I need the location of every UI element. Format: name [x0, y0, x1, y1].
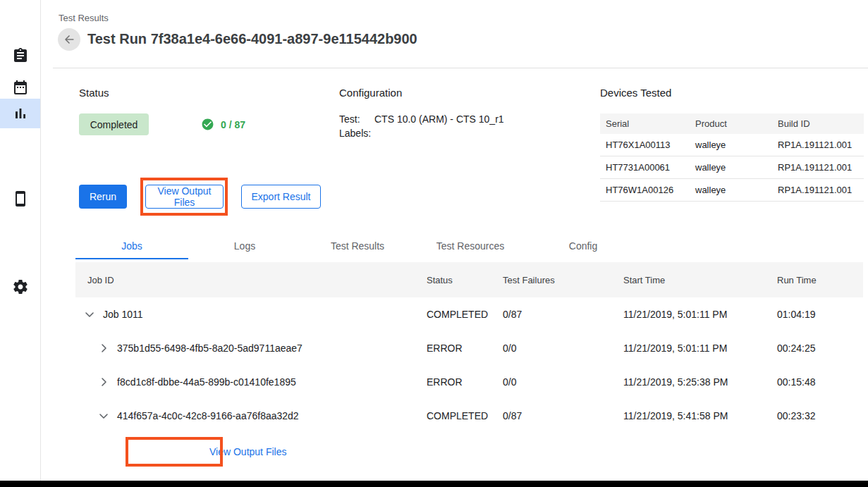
devices-table: Serial Product Build ID HT76X1A00113 wal…: [600, 113, 864, 202]
attempt-id: 375b1d55-6498-4fb5-8a20-5ad9711aeae7: [117, 343, 302, 354]
sidebar-item-settings[interactable]: [0, 272, 40, 302]
device-serial: HT7731A00061: [600, 162, 690, 173]
device-serial: HT76W1A00126: [600, 185, 690, 195]
header-divider: [53, 68, 868, 68]
attempt-start-time: 11/21/2019, 5:41:58 PM: [623, 410, 728, 421]
active-tab-indicator: [75, 258, 188, 259]
device-row: HT7731A00061 walleye RP1A.191121.001: [600, 156, 864, 179]
chevron-down-icon[interactable]: [95, 407, 112, 424]
config-labels-row: Labels:: [339, 128, 504, 139]
job-attempt-row: 375b1d55-6498-4fb5-8a20-5ad9711aeae7 ERR…: [75, 331, 863, 365]
device-product: walleye: [690, 162, 772, 173]
breadcrumb: Test Results: [59, 13, 109, 23]
chevron-right-icon[interactable]: [95, 340, 112, 357]
jobs-col-start-time: Start Time: [623, 275, 665, 285]
attempt-start-time: 11/21/2019, 5:01:11 PM: [623, 343, 727, 354]
attempt-id: f8cd1c8f-dbbe-44a5-899b-c01410fe1895: [117, 376, 296, 388]
chevron-down-icon[interactable]: [81, 306, 98, 323]
jobs-table-header: Job ID Status Test Failures Start Time R…: [75, 262, 863, 297]
jobs-col-test-failures: Test Failures: [503, 275, 555, 285]
check-circle-icon: [201, 118, 214, 131]
tab-test-resources[interactable]: Test Resources: [414, 233, 527, 259]
attempt-run-time: 00:23:32: [777, 410, 816, 421]
device-row: HT76X1A00113 walleye RP1A.191121.001: [600, 134, 864, 156]
device-row: HT76W1A00126 walleye RP1A.191121.001: [600, 179, 864, 202]
device-build-id: RP1A.191121.001: [772, 162, 864, 173]
tab-test-results[interactable]: Test Results: [301, 233, 414, 259]
attempt-run-time: 00:15:48: [777, 376, 816, 388]
tab-logs[interactable]: Logs: [188, 233, 301, 259]
test-run-page: Test Results Test Run 7f38a1e4-6e66-4091…: [0, 0, 868, 487]
sidebar-item-schedule[interactable]: [0, 73, 40, 102]
attempt-test-failures: 0/0: [503, 343, 516, 354]
devices-col-serial: Serial: [600, 118, 690, 129]
devices-table-header: Serial Product Build ID: [600, 113, 864, 134]
jobs-col-run-time: Run Time: [777, 275, 817, 285]
sidebar-item-test-plans[interactable]: [0, 41, 40, 70]
device-build-id: RP1A.191121.001: [772, 185, 864, 195]
devices-col-build-id: Build ID: [772, 118, 864, 129]
tab-config[interactable]: Config: [527, 233, 640, 259]
attempt-status: ERROR: [427, 343, 463, 354]
chevron-right-icon[interactable]: [95, 374, 112, 390]
job-attempt-row: f8cd1c8f-dbbe-44a5-899b-c01410fe1895 ERR…: [75, 365, 863, 399]
job-status: COMPLETED: [427, 309, 488, 320]
failure-count-text: 0 / 87: [221, 119, 245, 130]
attempt-test-failures: 0/87: [503, 410, 522, 421]
sidebar: [0, 0, 41, 481]
page-title: Test Run 7f38a1e4-6e66-4091-a897-9e11544…: [87, 31, 417, 47]
attempt-test-failures: 0/0: [503, 376, 516, 388]
highlight-box-view-output-files-button: [140, 178, 228, 216]
bar-chart-icon: [12, 105, 29, 122]
job-run-time: 01:04:19: [777, 309, 816, 320]
config-test-label: Test:: [339, 113, 374, 125]
devices-col-product: Product: [690, 118, 772, 129]
device-product: walleye: [690, 140, 772, 150]
config-labels-label: Labels:: [339, 128, 374, 139]
smartphone-icon: [12, 190, 29, 207]
failure-count: 0 / 87: [201, 118, 245, 131]
highlight-box-view-output-files-link: [126, 437, 223, 467]
job-attempt-row: 414f657a-4c0c-42c8-9166-aa76f8aa32d2 COM…: [75, 399, 863, 433]
job-row: Job 1011 COMPLETED 0/87 11/21/2019, 5:01…: [75, 297, 863, 331]
job-start-time: 11/21/2019, 5:01:11 PM: [623, 309, 727, 320]
sidebar-item-test-results[interactable]: [0, 99, 40, 128]
jobs-col-status: Status: [427, 275, 453, 285]
tab-bar: Jobs Logs Test Results Test Resources Co…: [75, 233, 640, 259]
attempt-run-time: 00:24:25: [777, 343, 816, 354]
arrow-back-icon: [62, 32, 76, 47]
status-badge: Completed: [79, 113, 149, 135]
rerun-button[interactable]: Rerun: [79, 185, 127, 209]
calendar-icon: [12, 79, 29, 96]
export-result-button[interactable]: Export Result: [241, 185, 321, 209]
configuration-details: Test: CTS 10.0 (ARM) - CTS 10_r1 Labels:: [339, 113, 504, 142]
tab-jobs[interactable]: Jobs: [75, 233, 188, 259]
bottom-bar: [0, 481, 868, 487]
jobs-col-job-id: Job ID: [87, 275, 114, 285]
job-id: Job 1011: [103, 309, 143, 320]
assignment-icon: [12, 47, 29, 64]
configuration-heading: Configuration: [339, 87, 402, 99]
config-test-value: CTS 10.0 (ARM) - CTS 10_r1: [374, 113, 504, 125]
attempt-start-time: 11/21/2019, 5:25:38 PM: [623, 376, 728, 388]
job-test-failures: 0/87: [503, 309, 522, 320]
jobs-table-body: Job 1011 COMPLETED 0/87 11/21/2019, 5:01…: [75, 297, 863, 433]
device-serial: HT76X1A00113: [600, 140, 690, 150]
attempt-status: ERROR: [427, 376, 463, 388]
attempt-id: 414f657a-4c0c-42c8-9166-aa76f8aa32d2: [117, 410, 299, 421]
back-button[interactable]: [58, 28, 80, 51]
attempt-status: COMPLETED: [427, 410, 488, 421]
device-build-id: RP1A.191121.001: [772, 140, 864, 150]
devices-heading: Devices Tested: [600, 87, 671, 99]
sidebar-item-devices[interactable]: [0, 184, 40, 214]
config-test-row: Test: CTS 10.0 (ARM) - CTS 10_r1: [339, 113, 504, 125]
status-heading: Status: [79, 87, 109, 99]
settings-icon: [12, 278, 29, 295]
device-product: walleye: [690, 185, 772, 195]
